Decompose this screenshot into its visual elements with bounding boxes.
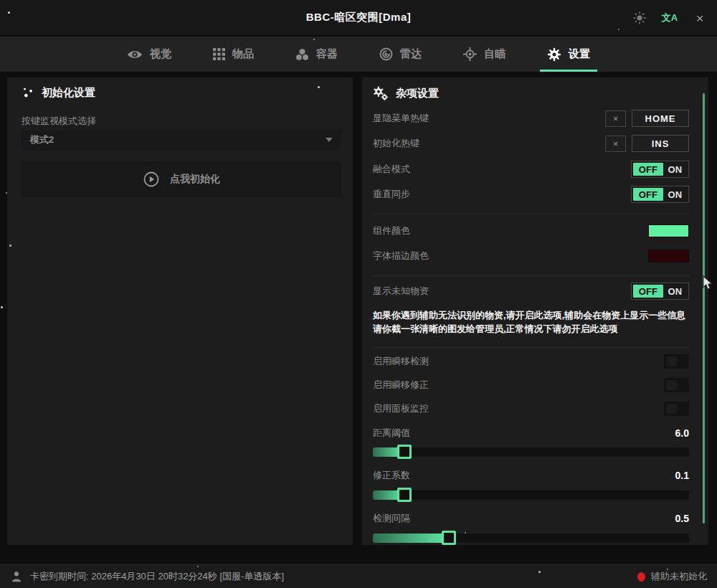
hotkey-key-button[interactable]: HOME (632, 110, 689, 127)
divider (373, 275, 689, 276)
color-label: 组件颜色 (373, 224, 410, 237)
slider-value: 0.1 (675, 470, 689, 481)
teleport-detect-checkbox[interactable] (664, 354, 689, 369)
mode-select-label: 按键监视模式选择 (22, 115, 96, 128)
panel-monitor-checkbox[interactable] (664, 402, 689, 416)
vsync-toggle[interactable]: OFF ON (631, 186, 689, 203)
font-outline-color-swatch[interactable] (648, 250, 689, 262)
particle (667, 569, 668, 570)
toggle-off-segment: OFF (633, 188, 663, 201)
tab-aimbot[interactable]: 自瞄 (459, 37, 510, 72)
toggle-label: 融合模式 (373, 163, 410, 176)
gear-icon (547, 47, 561, 62)
tab-vision[interactable]: 视觉 (123, 37, 176, 72)
component-color-swatch[interactable] (648, 224, 689, 237)
checkbox-knob (666, 404, 677, 414)
slider-fill (373, 534, 449, 543)
status-dot-icon (637, 572, 645, 582)
slider-value: 0.5 (675, 513, 689, 524)
toggle-row-unknown-items: 显示未知物资 OFF ON (373, 283, 689, 300)
slider-handle[interactable] (442, 531, 456, 545)
checkbox-knob (666, 356, 677, 366)
toggle-label: 显示未知物资 (373, 285, 429, 298)
checkbox-label: 启用面板监控 (373, 402, 429, 415)
user-icon (10, 570, 23, 583)
hotkey-label: 显隐菜单热键 (373, 112, 429, 125)
toggle-row-vsync: 垂直同步 OFF ON (373, 186, 689, 203)
panel-title: 初始化设置 (42, 86, 95, 100)
slider-track (373, 447, 689, 457)
titlebar: BBC-暗区突围[Dma] 文A × (0, 0, 717, 36)
particle (313, 39, 315, 40)
color-row-component: 组件颜色 (373, 224, 689, 238)
key-monitor-mode-dropdown[interactable]: 模式2 (22, 130, 341, 150)
tab-radar[interactable]: 雷达 (375, 37, 426, 72)
toggle-on-segment: ON (663, 188, 687, 201)
checkbox-row-teleport-fix: 启用瞬移修正 (373, 378, 689, 392)
toggle-on-segment: ON (663, 285, 687, 298)
tab-label: 视觉 (150, 47, 171, 61)
checkbox-row-panel-monitor: 启用面板监控 (373, 402, 689, 416)
toggle-off-segment: OFF (633, 163, 663, 176)
tab-settings[interactable]: 设置 (543, 37, 594, 72)
fusion-mode-toggle[interactable]: OFF ON (631, 161, 689, 178)
particle (318, 86, 320, 88)
dots-icon (22, 87, 34, 100)
toggle-on-segment: ON (663, 163, 687, 176)
slider-value: 6.0 (675, 427, 689, 439)
particle (6, 192, 7, 194)
crosshair-icon (463, 47, 477, 61)
correction-factor-slider[interactable] (373, 490, 689, 501)
grid-icon (213, 48, 225, 60)
hotkey-row-menu: 显隐菜单热键 × HOME (373, 109, 689, 128)
particle (1, 306, 3, 308)
gears-icon (373, 86, 389, 100)
misc-settings-panel: 杂项设置 显隐菜单热键 × HOME 初始化热键 × INS 融合模式 OFF … (362, 77, 708, 545)
slider-handle[interactable] (397, 488, 412, 502)
hotkey-label: 初始化热键 (373, 137, 419, 150)
hotkey-key-button[interactable]: INS (632, 135, 689, 152)
tab-containers[interactable]: 容器 (291, 37, 342, 72)
slider-row-interval: 检测间隔 0.5 (373, 512, 689, 525)
checkbox-row-teleport-detect: 启用瞬移检测 (373, 354, 689, 369)
particle (618, 29, 619, 30)
particle (465, 532, 466, 534)
tab-items[interactable]: 物品 (209, 37, 258, 72)
radar-icon (379, 47, 393, 61)
distance-threshold-slider[interactable] (373, 447, 689, 457)
slider-label: 检测间隔 (373, 512, 410, 525)
slider-row-correction: 修正系数 0.1 (373, 469, 689, 482)
slider-handle[interactable] (397, 445, 412, 459)
initialize-button[interactable]: 点我初始化 (22, 161, 341, 197)
teleport-fix-checkbox[interactable] (664, 378, 689, 392)
theme-brightness-icon[interactable] (631, 9, 648, 27)
divider (373, 214, 689, 214)
particle (9, 245, 11, 247)
toggle-row-fusion: 融合模式 OFF ON (373, 161, 689, 178)
slider-label: 距离阈值 (373, 427, 410, 440)
play-icon (143, 171, 160, 188)
detect-interval-slider[interactable] (373, 534, 689, 544)
divider (373, 347, 689, 348)
init-settings-panel: 初始化设置 按键监视模式选择 模式2 点我初始化 (7, 77, 353, 545)
misc-panel-header: 杂项设置 (373, 86, 439, 100)
color-label: 字体描边颜色 (373, 250, 429, 262)
hex-cluster-icon (295, 48, 309, 61)
assist-status-text: 辅助未初始化 (651, 570, 707, 583)
unknown-items-toggle[interactable]: OFF ON (631, 283, 689, 300)
clear-hotkey-button[interactable]: × (605, 110, 626, 127)
license-expiry-text: 卡密到期时间: 2026年4月30日 20时32分24秒 [国服-单透版本] (30, 570, 284, 583)
toggle-label: 垂直同步 (373, 188, 410, 201)
particle (538, 571, 541, 573)
particle (8, 11, 10, 14)
tab-label: 自瞄 (484, 47, 505, 61)
slider-label: 修正系数 (373, 469, 410, 482)
scrollbar[interactable] (703, 93, 705, 523)
particle (197, 566, 199, 567)
nav-bar: 视觉 物品 容器 雷达 (0, 37, 717, 72)
close-icon[interactable]: × (691, 9, 708, 27)
clear-hotkey-button[interactable]: × (605, 136, 626, 152)
slider-row-distance: 距离阈值 6.0 (373, 427, 689, 440)
tab-label: 容器 (316, 47, 338, 61)
language-translate-icon[interactable]: 文A (661, 9, 678, 27)
